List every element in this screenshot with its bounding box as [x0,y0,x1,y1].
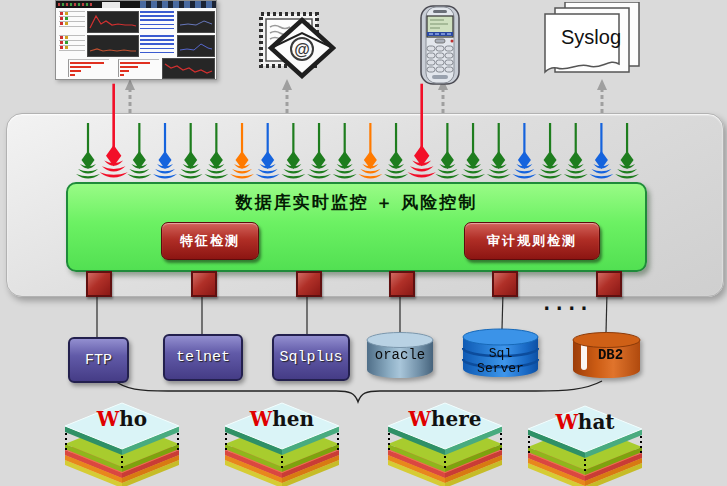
connector-square [596,271,622,297]
monitoring-dashboard-screenshot [55,0,217,80]
dashboard-toolbar [56,1,216,8]
layer-stack-when: When [222,402,342,486]
stack-label: Where [385,407,505,431]
stack-label-rest: hat [578,410,615,434]
dashboard-line-chart [162,58,215,79]
dashboard-line-chart [87,11,139,33]
bar [70,70,81,73]
layer-stack-who: Who [62,402,182,486]
bar [70,66,91,69]
audit-rules-detection-button[interactable]: 审计规则检测 [464,222,600,260]
syslog-label: Syslog [549,26,633,49]
database-cylinder-sqlserver: Sql Server [462,328,539,379]
dashboard-legend [59,35,85,55]
bar [120,66,138,69]
protocol-box-ftp: FTP [68,337,129,383]
database-cylinder-oracle: oracle [366,332,434,379]
bar [70,74,75,77]
cylinder-label: oracle [366,347,434,363]
stack-label: When [222,407,342,431]
ellipsis-more: .... [541,292,591,314]
bar [120,62,150,65]
bar [70,62,104,65]
dashboard-link-list [140,35,174,55]
syslog-document-icon: Syslog [543,2,647,84]
dashboard-tab [102,2,120,8]
feature-detection-button[interactable]: 特征检测 [161,222,259,260]
stack-label-rest: hen [272,407,314,431]
mobile-phone-icon [418,5,462,85]
stack-label: What [525,410,645,434]
svg-text:@: @ [294,41,310,58]
dashboard-line-chart [177,35,215,57]
dashboard-bar-chart [68,59,109,77]
layer-stack-what: What [525,405,645,486]
dashboard-line-chart [87,35,139,57]
layer-stack-where: Where [385,402,505,486]
up-arrow-syslog [597,79,607,113]
connector-square [389,271,415,297]
stack-label-initial: W [409,407,431,431]
brace-curve [112,379,602,402]
up-arrow-email [282,79,292,113]
dashboard-bar-chart [118,59,159,77]
stack-label-initial: W [250,407,272,431]
stack-label-initial: W [97,407,119,431]
stack-label: Who [62,407,182,431]
cylinder-label: Sql Server [462,346,539,376]
monitor-panel: 数据库实时监控 ＋ 风险控制 特征检测 审计规则检测 [66,182,647,272]
up-arrow-dashboard [125,79,135,113]
dashboard-link-list [140,11,174,31]
bar [120,70,129,73]
stack-label-rest: ho [119,407,147,431]
database-cylinder-db2: DB2 [572,332,641,379]
connector-square [492,271,518,297]
email-stamp-icon: @ [256,11,336,79]
bar [120,74,124,77]
protocol-box-telnet: telnet [163,334,243,381]
protocol-box-sqlplus: Sqlplus [272,334,350,381]
connector-square [86,271,112,297]
stack-label-rest: here [431,407,482,431]
dashboard-legend [59,11,85,31]
connector-square [296,271,322,297]
monitor-panel-title: 数据库实时监控 ＋ 风险控制 [68,191,645,214]
stack-label-initial: W [555,410,577,434]
dashboard-line-chart [177,11,215,33]
cylinder-label: DB2 [580,347,641,363]
connector-square [191,271,217,297]
